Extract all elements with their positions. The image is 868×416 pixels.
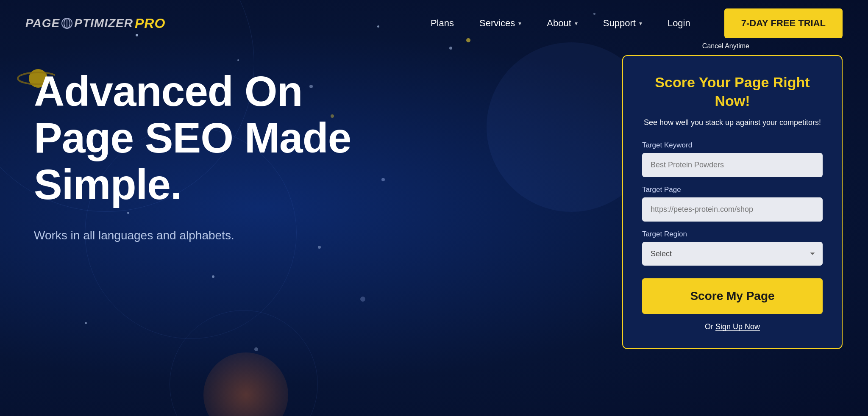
keyword-input[interactable] [642,153,823,177]
region-select[interactable]: Select United States United Kingdom Cana… [642,242,823,266]
hero-subtitle: Works in all languages and alphabets. [34,229,614,242]
support-chevron-icon: ▾ [639,20,642,27]
nav-support[interactable]: Support ▾ [603,18,642,29]
sign-up-link[interactable]: Sign Up Now [715,322,760,331]
trial-button[interactable]: 7-DAY FREE TRIAL [724,8,843,38]
sign-up-line: Or Sign Up Now [642,322,823,331]
star-12 [212,275,214,278]
logo-optimizer-text: ptimizer [74,17,133,30]
nav-services[interactable]: Services ▾ [479,18,521,29]
nav-login[interactable]: Login [668,18,690,29]
logo-pro-text: Pro [135,16,165,31]
nav-about[interactable]: About ▾ [547,18,578,29]
star-15 [254,347,258,351]
score-my-page-button[interactable]: Score My Page [642,278,823,314]
hero-title: Advanced On Page SEO Made Simple. [34,68,614,208]
star-13 [360,297,365,302]
star-2 [237,59,239,61]
services-chevron-icon: ▾ [518,20,521,27]
logo-icon [60,16,74,31]
star-14 [85,322,87,324]
keyword-group: Target Keyword [642,141,823,177]
keyword-label: Target Keyword [642,141,823,150]
nav-plans[interactable]: Plans [431,18,454,29]
score-panel: Score Your Page Right Now! See how well … [622,55,843,349]
region-label: Target Region [642,230,823,239]
nav-links: Plans Services ▾ About ▾ Support ▾ Login [431,18,690,29]
page-input[interactable] [642,197,823,222]
about-chevron-icon: ▾ [575,20,578,27]
score-panel-description: See how well you stack up against your c… [642,117,823,128]
score-panel-title: Score Your Page Right Now! [642,73,823,110]
star-5 [449,47,452,50]
logo[interactable]: Page ptimizer Pro [25,16,165,31]
logo-page-text: Page [25,17,60,30]
star-11 [318,246,321,249]
navigation: Page ptimizer Pro Plans Services ▾ About… [0,0,868,47]
cancel-anytime-text: Cancel Anytime [702,42,749,50]
hero-section: Advanced On Page SEO Made Simple. Works … [34,68,614,242]
region-group: Target Region Select United States Unite… [642,230,823,266]
page-group: Target Page [642,186,823,222]
page-label: Target Page [642,186,823,194]
